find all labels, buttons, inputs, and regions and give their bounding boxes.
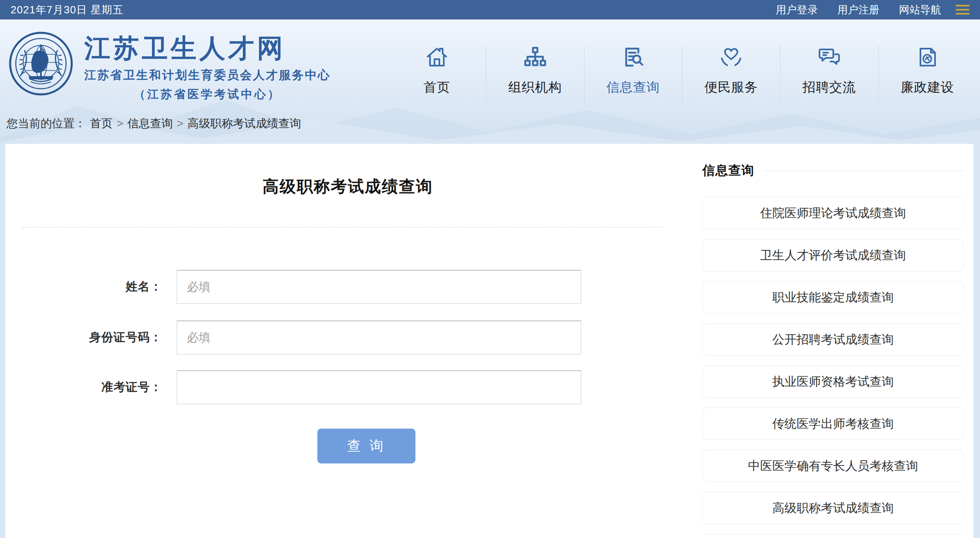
nav-label: 廉政建设	[901, 79, 954, 96]
org-chart-icon	[522, 45, 548, 70]
sidebar-item-vocational-skill[interactable]: 职业技能鉴定成绩查询	[702, 281, 964, 314]
admission-ticket-label: 准考证号：	[5, 379, 162, 395]
breadcrumb-separator: >	[177, 117, 183, 130]
hamburger-menu-icon[interactable]	[956, 5, 969, 15]
nav-item-info-query[interactable]: 信息查询	[584, 43, 682, 108]
nav-item-public-service[interactable]: 便民服务	[682, 43, 780, 108]
heart-hands-icon	[719, 45, 744, 70]
page-title: 高级职称考试成绩查询	[5, 175, 690, 198]
name-label: 姓名：	[5, 279, 162, 295]
admission-ticket-field-row: 准考证号：	[5, 370, 581, 404]
breadcrumb-prefix: 您当前的位置：	[6, 116, 86, 131]
sidebar-item-partial[interactable]	[702, 534, 964, 538]
breadcrumb-current: 高级职称考试成绩查询	[188, 116, 301, 131]
breadcrumb-separator: >	[117, 117, 123, 130]
topbar-links: 用户登录 用户注册 网站导航	[776, 3, 969, 17]
sidebar-title-rule	[763, 171, 964, 171]
chat-bubbles-icon	[817, 45, 842, 70]
id-number-label: 身份证号码：	[5, 329, 162, 346]
current-date: 2021年7月30日 星期五	[11, 3, 123, 17]
site-logo[interactable]: 江苏卫生人才网 江苏省卫生和计划生育委员会人才服务中心 （江苏省医学考试中心）	[8, 31, 331, 102]
health-commission-emblem-icon	[8, 31, 74, 96]
admission-ticket-input[interactable]	[177, 370, 581, 404]
sidebar-item-senior-title[interactable]: 高级职称考试成绩查询	[702, 492, 964, 524]
sidebar-header: 信息查询	[702, 162, 964, 179]
nav-item-recruitment[interactable]: 招聘交流	[780, 43, 878, 108]
breadcrumb-home[interactable]: 首页	[90, 116, 113, 131]
login-link[interactable]: 用户登录	[776, 3, 818, 17]
topbar: 2021年7月30日 星期五 用户登录 用户注册 网站导航	[0, 0, 980, 19]
nav-item-integrity[interactable]: 廉政建设	[878, 43, 976, 108]
sidebar-item-public-recruitment[interactable]: 公开招聘考试成绩查询	[702, 323, 964, 356]
nav-label: 组织机构	[508, 79, 562, 96]
site-subtitle: 江苏省卫生和计划生育委员会人才服务中心	[84, 67, 331, 83]
sidebar-item-traditional-medicine[interactable]: 传统医学出师考核查询	[702, 408, 964, 440]
logo-text: 江苏卫生人才网 江苏省卫生和计划生育委员会人才服务中心 （江苏省医学考试中心）	[84, 34, 331, 102]
nav-label: 招聘交流	[802, 79, 856, 96]
main-nav: 首页 组织机构 信息查询	[388, 43, 976, 108]
nav-label: 信息查询	[606, 79, 660, 96]
register-link[interactable]: 用户注册	[837, 3, 879, 17]
nav-label: 便民服务	[704, 79, 758, 96]
nav-label: 首页	[424, 79, 450, 96]
nav-item-organization[interactable]: 组织机构	[486, 43, 584, 108]
id-number-input[interactable]	[177, 320, 581, 354]
breadcrumb: 您当前的位置： 首页 > 信息查询 > 高级职称考试成绩查询	[0, 103, 980, 144]
clipboard-emblem-icon	[915, 45, 940, 70]
site-subtitle-2: （江苏省医学考试中心）	[84, 87, 331, 102]
id-number-field-row: 身份证号码：	[5, 320, 581, 354]
sidebar-title: 信息查询	[702, 162, 754, 179]
sidebar-item-tcm-specialty[interactable]: 中医医学确有专长人员考核查询	[702, 450, 964, 482]
content-panel: 高级职称考试成绩查询 姓名： 身份证号码： 准考证号： 查 询 信息查询 住院医…	[5, 144, 974, 538]
sidebar-item-health-talent-evaluation[interactable]: 卫生人才评价考试成绩查询	[702, 239, 964, 271]
header: 江苏卫生人才网 江苏省卫生和计划生育委员会人才服务中心 （江苏省医学考试中心） …	[0, 19, 980, 144]
home-icon	[424, 45, 449, 70]
name-input[interactable]	[177, 270, 581, 304]
doc-search-icon	[621, 45, 646, 70]
site-title: 江苏卫生人才网	[84, 34, 331, 62]
name-field-row: 姓名：	[5, 270, 581, 304]
sitemap-link[interactable]: 网站导航	[899, 3, 941, 17]
query-button[interactable]: 查 询	[317, 429, 415, 463]
sidebar-item-practicing-physician[interactable]: 执业医师资格考试查询	[702, 365, 964, 398]
sidebar-item-resident-doctor-theory[interactable]: 住院医师理论考试成绩查询	[702, 197, 964, 229]
nav-item-home[interactable]: 首页	[388, 43, 486, 108]
breadcrumb-info-query[interactable]: 信息查询	[127, 116, 173, 131]
title-divider	[22, 227, 662, 228]
